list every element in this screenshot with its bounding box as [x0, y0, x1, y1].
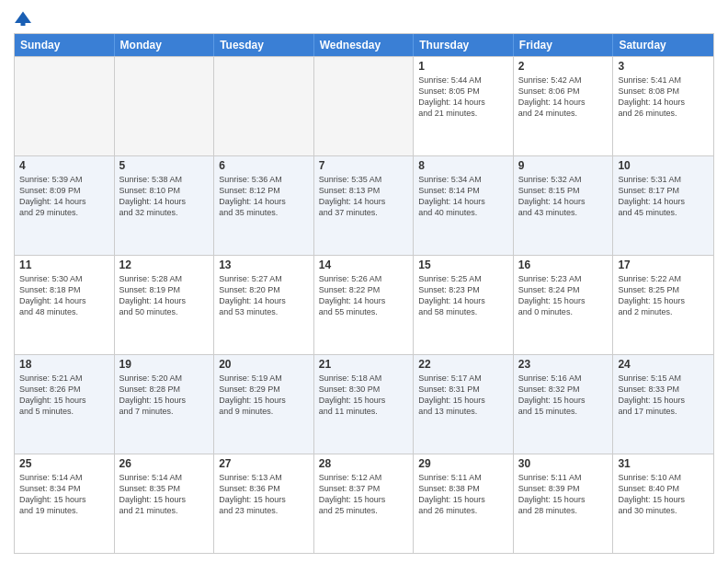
day-number: 8	[418, 159, 508, 172]
day-number: 31	[618, 457, 709, 470]
day-number: 15	[418, 259, 508, 271]
day-cell-8: 8Sunrise: 5:34 AM Sunset: 8:14 PM Daylig…	[414, 156, 514, 255]
cell-info: Sunrise: 5:44 AM Sunset: 8:05 PM Dayligh…	[418, 75, 508, 120]
cell-info: Sunrise: 5:32 AM Sunset: 8:15 PM Dayligh…	[518, 174, 609, 219]
cell-info: Sunrise: 5:12 AM Sunset: 8:37 PM Dayligh…	[319, 472, 409, 517]
cell-info: Sunrise: 5:19 AM Sunset: 8:29 PM Dayligh…	[219, 373, 309, 418]
day-cell-22: 22Sunrise: 5:17 AM Sunset: 8:31 PM Dayli…	[414, 355, 514, 454]
cell-info: Sunrise: 5:14 AM Sunset: 8:35 PM Dayligh…	[119, 472, 210, 517]
calendar: SundayMondayTuesdayWednesdayThursdayFrid…	[14, 33, 714, 554]
cell-info: Sunrise: 5:39 AM Sunset: 8:09 PM Dayligh…	[19, 174, 109, 219]
page: SundayMondayTuesdayWednesdayThursdayFrid…	[0, 0, 728, 563]
day-number: 29	[418, 457, 508, 470]
day-cell-16: 16Sunrise: 5:23 AM Sunset: 8:24 PM Dayli…	[514, 256, 614, 354]
day-cell-7: 7Sunrise: 5:35 AM Sunset: 8:13 PM Daylig…	[314, 156, 415, 255]
day-cell-21: 21Sunrise: 5:18 AM Sunset: 8:30 PM Dayli…	[314, 355, 415, 454]
day-number: 24	[618, 358, 709, 371]
day-cell-3: 3Sunrise: 5:41 AM Sunset: 8:08 PM Daylig…	[613, 57, 713, 155]
day-number: 19	[119, 358, 210, 371]
header-day-thursday: Thursday	[414, 34, 514, 56]
day-number: 16	[518, 259, 609, 271]
day-number: 6	[219, 159, 309, 172]
day-number: 9	[518, 159, 609, 172]
header-day-sunday: Sunday	[15, 34, 115, 56]
day-number: 26	[119, 457, 210, 470]
day-number: 3	[618, 60, 709, 73]
calendar-row-0: 1Sunrise: 5:44 AM Sunset: 8:05 PM Daylig…	[15, 56, 713, 155]
day-cell-30: 30Sunrise: 5:11 AM Sunset: 8:39 PM Dayli…	[514, 454, 614, 553]
cell-info: Sunrise: 5:36 AM Sunset: 8:12 PM Dayligh…	[219, 174, 309, 219]
empty-cell	[15, 57, 115, 155]
cell-info: Sunrise: 5:30 AM Sunset: 8:18 PM Dayligh…	[19, 273, 109, 318]
day-number: 2	[518, 60, 609, 73]
calendar-row-4: 25Sunrise: 5:14 AM Sunset: 8:34 PM Dayli…	[15, 454, 713, 553]
day-number: 25	[19, 457, 109, 470]
logo-icon	[14, 9, 32, 28]
empty-cell	[314, 57, 415, 155]
day-number: 5	[119, 159, 210, 172]
day-cell-27: 27Sunrise: 5:13 AM Sunset: 8:36 PM Dayli…	[214, 454, 314, 553]
day-number: 21	[319, 358, 409, 371]
day-number: 1	[418, 60, 508, 73]
cell-info: Sunrise: 5:22 AM Sunset: 8:25 PM Dayligh…	[618, 273, 709, 318]
day-cell-12: 12Sunrise: 5:28 AM Sunset: 8:19 PM Dayli…	[115, 256, 215, 354]
day-number: 4	[19, 159, 109, 172]
empty-cell	[115, 57, 215, 155]
day-cell-28: 28Sunrise: 5:12 AM Sunset: 8:37 PM Dayli…	[314, 454, 415, 553]
day-cell-20: 20Sunrise: 5:19 AM Sunset: 8:29 PM Dayli…	[214, 355, 314, 454]
day-number: 27	[219, 457, 309, 470]
empty-cell	[214, 57, 314, 155]
calendar-row-3: 18Sunrise: 5:21 AM Sunset: 8:26 PM Dayli…	[15, 354, 713, 454]
cell-info: Sunrise: 5:26 AM Sunset: 8:22 PM Dayligh…	[319, 273, 409, 318]
cell-info: Sunrise: 5:42 AM Sunset: 8:06 PM Dayligh…	[518, 75, 609, 120]
header-day-friday: Friday	[514, 34, 614, 56]
calendar-row-1: 4Sunrise: 5:39 AM Sunset: 8:09 PM Daylig…	[15, 155, 713, 255]
day-cell-9: 9Sunrise: 5:32 AM Sunset: 8:15 PM Daylig…	[514, 156, 614, 255]
cell-info: Sunrise: 5:28 AM Sunset: 8:19 PM Dayligh…	[119, 273, 210, 318]
day-cell-15: 15Sunrise: 5:25 AM Sunset: 8:23 PM Dayli…	[414, 256, 514, 354]
day-number: 13	[219, 259, 309, 271]
day-cell-2: 2Sunrise: 5:42 AM Sunset: 8:06 PM Daylig…	[514, 57, 614, 155]
cell-info: Sunrise: 5:18 AM Sunset: 8:30 PM Dayligh…	[319, 373, 409, 418]
cell-info: Sunrise: 5:25 AM Sunset: 8:23 PM Dayligh…	[418, 273, 508, 318]
day-number: 10	[618, 159, 709, 172]
header-day-monday: Monday	[115, 34, 215, 56]
day-cell-25: 25Sunrise: 5:14 AM Sunset: 8:34 PM Dayli…	[15, 454, 115, 553]
day-cell-17: 17Sunrise: 5:22 AM Sunset: 8:25 PM Dayli…	[613, 256, 713, 354]
day-cell-11: 11Sunrise: 5:30 AM Sunset: 8:18 PM Dayli…	[15, 256, 115, 354]
cell-info: Sunrise: 5:11 AM Sunset: 8:39 PM Dayligh…	[518, 472, 609, 517]
day-cell-6: 6Sunrise: 5:36 AM Sunset: 8:12 PM Daylig…	[214, 156, 314, 255]
day-cell-10: 10Sunrise: 5:31 AM Sunset: 8:17 PM Dayli…	[613, 156, 713, 255]
calendar-row-2: 11Sunrise: 5:30 AM Sunset: 8:18 PM Dayli…	[15, 255, 713, 354]
cell-info: Sunrise: 5:21 AM Sunset: 8:26 PM Dayligh…	[19, 373, 109, 418]
cell-info: Sunrise: 5:41 AM Sunset: 8:08 PM Dayligh…	[618, 75, 709, 120]
cell-info: Sunrise: 5:20 AM Sunset: 8:28 PM Dayligh…	[119, 373, 210, 418]
day-cell-5: 5Sunrise: 5:38 AM Sunset: 8:10 PM Daylig…	[115, 156, 215, 255]
day-cell-26: 26Sunrise: 5:14 AM Sunset: 8:35 PM Dayli…	[115, 454, 215, 553]
day-number: 7	[319, 159, 409, 172]
day-cell-1: 1Sunrise: 5:44 AM Sunset: 8:05 PM Daylig…	[414, 57, 514, 155]
day-cell-4: 4Sunrise: 5:39 AM Sunset: 8:09 PM Daylig…	[15, 156, 115, 255]
cell-info: Sunrise: 5:35 AM Sunset: 8:13 PM Dayligh…	[319, 174, 409, 219]
day-cell-29: 29Sunrise: 5:11 AM Sunset: 8:38 PM Dayli…	[414, 454, 514, 553]
day-number: 17	[618, 259, 709, 271]
day-number: 14	[319, 259, 409, 271]
day-number: 23	[518, 358, 609, 371]
header-day-saturday: Saturday	[613, 34, 713, 56]
cell-info: Sunrise: 5:15 AM Sunset: 8:33 PM Dayligh…	[618, 373, 709, 418]
calendar-header: SundayMondayTuesdayWednesdayThursdayFrid…	[15, 34, 713, 56]
header	[14, 9, 714, 28]
day-cell-19: 19Sunrise: 5:20 AM Sunset: 8:28 PM Dayli…	[115, 355, 215, 454]
cell-info: Sunrise: 5:31 AM Sunset: 8:17 PM Dayligh…	[618, 174, 709, 219]
day-cell-23: 23Sunrise: 5:16 AM Sunset: 8:32 PM Dayli…	[514, 355, 614, 454]
day-number: 12	[119, 259, 210, 271]
cell-info: Sunrise: 5:16 AM Sunset: 8:32 PM Dayligh…	[518, 373, 609, 418]
svg-rect-1	[21, 22, 26, 26]
calendar-body: 1Sunrise: 5:44 AM Sunset: 8:05 PM Daylig…	[15, 56, 713, 553]
day-cell-24: 24Sunrise: 5:15 AM Sunset: 8:33 PM Dayli…	[613, 355, 713, 454]
day-cell-18: 18Sunrise: 5:21 AM Sunset: 8:26 PM Dayli…	[15, 355, 115, 454]
day-cell-31: 31Sunrise: 5:10 AM Sunset: 8:40 PM Dayli…	[613, 454, 713, 553]
cell-info: Sunrise: 5:38 AM Sunset: 8:10 PM Dayligh…	[119, 174, 210, 219]
day-cell-14: 14Sunrise: 5:26 AM Sunset: 8:22 PM Dayli…	[314, 256, 415, 354]
cell-info: Sunrise: 5:17 AM Sunset: 8:31 PM Dayligh…	[418, 373, 508, 418]
